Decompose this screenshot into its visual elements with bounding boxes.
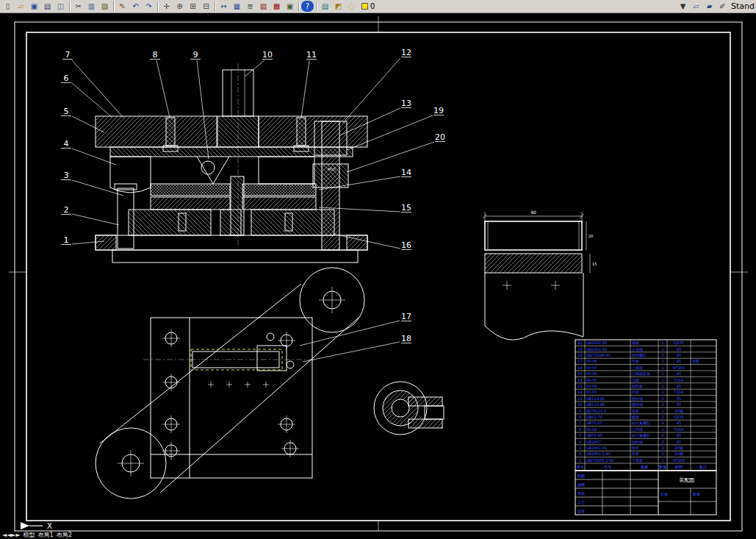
parts-row-no: 16: [577, 365, 582, 370]
part-callout-18: 18: [401, 334, 411, 343]
parts-row-qty: 1: [661, 390, 663, 394]
save-icon[interactable]: ▣: [28, 1, 40, 12]
layout-sheet-icon[interactable]: ▱: [690, 1, 702, 12]
detail-break-outline: [485, 273, 583, 340]
parts-row-material: T10A: [674, 427, 684, 432]
drawing-sheet: M10: [0, 13, 756, 532]
callout-leader-line: [245, 60, 264, 76]
part-callout-14: 14: [401, 168, 411, 177]
parts-row-no: 18: [577, 353, 582, 357]
preview-icon[interactable]: ◫: [54, 1, 67, 12]
copy-icon[interactable]: ▥: [85, 1, 98, 12]
callout-leader-line: [156, 60, 170, 118]
part-callout-16: 16: [401, 240, 411, 250]
cut-icon[interactable]: ✂: [72, 1, 84, 12]
parts-row-code: GB119-86: [586, 402, 605, 407]
parts-row-material: HT200: [673, 365, 685, 370]
part-callout-11: 11: [306, 50, 317, 60]
open-icon[interactable]: ▱: [15, 1, 27, 12]
tab-layout1[interactable]: 布局1: [38, 532, 54, 539]
parts-header-cell: 名称: [641, 465, 649, 469]
parts-row-name: 导套: [632, 409, 639, 413]
part-callout-2: 2: [64, 205, 69, 215]
parts-row-no: 7: [579, 421, 581, 425]
redo-icon[interactable]: ↷: [143, 1, 155, 12]
upper-die-plate-right: [259, 116, 367, 147]
parts-header-cell: 序号: [576, 465, 585, 470]
parts-row-name: 止动销: [632, 347, 643, 351]
parts-header-cell: 备注: [699, 465, 708, 469]
measure-icon[interactable]: ↔: [217, 1, 230, 12]
title-row-drawn: 制图: [577, 474, 585, 479]
edit-pencil-icon[interactable]: ✐: [716, 1, 729, 12]
parts-row-no: 11: [577, 396, 582, 401]
publish-icon[interactable]: ◩: [332, 1, 345, 12]
parts-row-qty: 2: [661, 409, 663, 413]
parts-row-name: 上模座: [632, 365, 643, 370]
parts-row-code: 00-03: [586, 390, 597, 394]
part-callout-15: 15: [401, 203, 411, 213]
layer-color-swatch: [361, 3, 368, 10]
tab-layout2[interactable]: 布局2: [57, 532, 72, 539]
detail-hatched-plate: [485, 254, 582, 273]
parts-row-no: 6: [579, 427, 581, 432]
parts-row-no: 10: [577, 402, 582, 407]
toolbar-overflow-chevron[interactable]: ▼: [677, 1, 689, 12]
undo-icon[interactable]: ↶: [129, 1, 142, 12]
help-icon[interactable]: ?: [301, 1, 314, 12]
paste-icon[interactable]: ▨: [98, 1, 111, 12]
named-views-icon[interactable]: ▣: [284, 1, 296, 12]
parts-row-name: 挡料销: [632, 440, 643, 445]
parts-row-qty: 1: [661, 427, 663, 432]
parts-header-cell: 数量: [659, 465, 668, 469]
callout-leader-line: [72, 214, 119, 225]
parts-row-name: 导柱: [632, 446, 639, 450]
table-icon[interactable]: ▦: [231, 1, 243, 12]
parts-row-code: GB62-78: [586, 415, 602, 419]
sheet-set-icon[interactable]: ▤: [319, 1, 331, 12]
new-icon[interactable]: ▯: [1, 1, 14, 12]
parts-row-name: 圆柱销: [632, 396, 643, 401]
plot-style-icon[interactable]: ▰: [703, 1, 716, 12]
zoom-realtime-icon[interactable]: ⊕: [173, 1, 186, 12]
parts-row-qty: 2: [661, 440, 663, 444]
part-callout-17: 17: [401, 312, 411, 321]
parts-row-material: 20钢: [674, 446, 683, 450]
zoom-previous-icon[interactable]: ⊟: [200, 1, 212, 12]
parts-row-material: 45: [677, 347, 681, 351]
parts-row-name: 内六角螺钉: [632, 421, 650, 425]
zoom-window-icon[interactable]: ⊞: [187, 1, 199, 12]
parts-row-no: 19: [577, 347, 582, 351]
lightbulb-icon[interactable]: ◌: [345, 1, 358, 12]
die-insert-left-lower: [151, 197, 230, 210]
tab-model[interactable]: 模型: [24, 532, 35, 539]
parts-row-qty: 2: [661, 353, 663, 357]
part-callout-10: 10: [262, 50, 273, 60]
parts-row-code: GB119-86: [586, 396, 605, 401]
layer-control[interactable]: 0: [359, 2, 378, 10]
callout-leader-line: [72, 149, 116, 165]
base-foot: [112, 250, 358, 263]
parts-row-material: Q235: [674, 340, 683, 345]
pan-icon[interactable]: ✛: [160, 1, 173, 12]
parts-row-material: 20钢: [674, 409, 683, 413]
parts-row-name: 卸料板: [632, 384, 643, 388]
parts-row-qty: 1: [661, 371, 663, 376]
drawing-canvas[interactable]: M10: [0, 13, 756, 532]
toolbar-separator: [215, 1, 215, 12]
parts-row-material: T10A: [674, 378, 684, 382]
match-properties-icon[interactable]: ✎: [116, 1, 129, 12]
tab-scroll-buttons[interactable]: ◄◄►►: [2, 532, 21, 539]
print-icon[interactable]: ▤: [41, 1, 54, 12]
parts-row-material: 45: [677, 384, 681, 388]
parts-row-code: GB2867: [586, 440, 601, 444]
properties-icon[interactable]: ▧: [257, 1, 270, 12]
callout-leader-line: [72, 83, 112, 117]
block-icon[interactable]: ▩: [270, 1, 283, 12]
parts-row-qty: 1: [661, 458, 663, 463]
layers-icon[interactable]: ≣: [244, 1, 256, 12]
part-callout-9: 9: [193, 50, 198, 60]
parts-row-code: 00-07: [586, 365, 597, 370]
parts-row-qty: 2: [661, 396, 663, 401]
parts-row-qty: 1: [661, 365, 663, 370]
